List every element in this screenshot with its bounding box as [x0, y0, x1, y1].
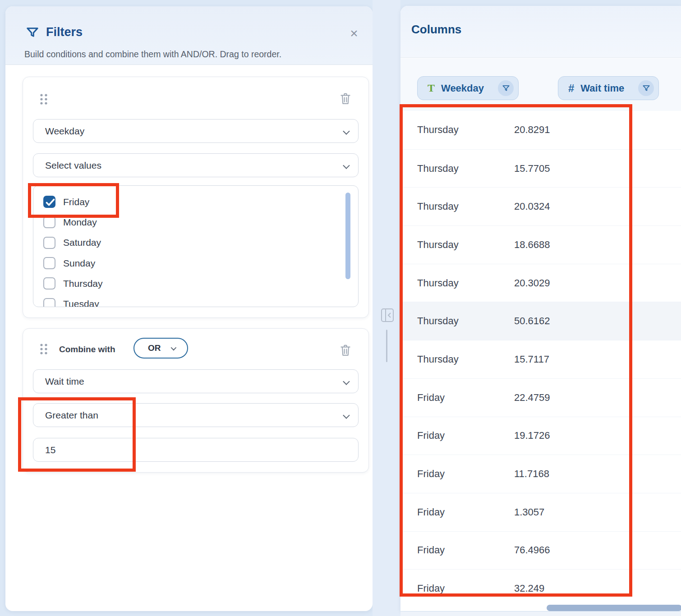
values-checkbox-list: Friday Monday Saturday Sunday Thursday T… [33, 185, 359, 307]
columns-panel: Columns T Weekday # Wait time Thursday20… [400, 6, 681, 611]
table-row[interactable]: Thursday20.0324 [400, 187, 681, 225]
filters-subtitle: Build conditions and combine them with A… [24, 49, 281, 60]
close-icon[interactable]: × [346, 27, 362, 40]
filters-panel: Filters × Build conditions and combine t… [5, 6, 373, 611]
data-table: Thursday20.8291 Thursday15.7705 Thursday… [400, 111, 681, 611]
resize-handle[interactable] [386, 330, 387, 362]
operator-select[interactable]: Greater than [33, 403, 359, 427]
table-row[interactable]: Thursday50.6162 [400, 302, 681, 340]
filters-panel-header: Filters × Build conditions and combine t… [5, 6, 373, 65]
table-row[interactable]: Thursday20.3029 [400, 264, 681, 302]
value-input-text: 15 [45, 445, 55, 455]
checkbox[interactable] [43, 196, 55, 208]
checkbox[interactable] [43, 237, 55, 249]
table-row[interactable]: Thursday20.8291 [400, 111, 681, 149]
checkbox-option-friday[interactable]: Friday [33, 192, 358, 212]
table-row[interactable]: Thursday18.6688 [400, 225, 681, 264]
table-row[interactable]: Thursday15.7117 [400, 340, 681, 378]
collapse-panel-icon[interactable] [381, 308, 394, 324]
value-input[interactable]: 15 [33, 438, 359, 462]
table-row[interactable]: Friday22.4759 [400, 378, 681, 417]
operator-select-value: Greater than [45, 410, 98, 421]
values-select[interactable]: Select values [33, 153, 359, 177]
combine-with-label: Combine with [59, 345, 115, 354]
combine-operator-value: OR [148, 343, 161, 353]
checkbox[interactable] [43, 216, 55, 228]
horizontal-scrollbar-track [400, 611, 681, 616]
checkbox[interactable] [43, 257, 55, 269]
columns-title: Columns [411, 23, 461, 37]
number-type-icon: # [568, 82, 574, 95]
checkbox-option-saturday[interactable]: Saturday [33, 233, 358, 253]
combine-operator-select[interactable]: OR [133, 338, 188, 359]
text-type-icon: T [428, 82, 435, 94]
column-chips-row: T Weekday # Wait time [400, 58, 681, 111]
table-row[interactable]: Friday1.3057 [400, 493, 681, 531]
field-select-value: Weekday [45, 126, 84, 137]
filter-condition-card-2: Combine with OR Wait time Greater than 1… [23, 328, 369, 473]
column-filter-icon[interactable] [498, 80, 514, 96]
values-select-placeholder: Select values [45, 160, 101, 171]
checkbox[interactable] [43, 298, 55, 307]
table-row[interactable]: Friday11.7168 [400, 455, 681, 493]
table-row[interactable]: Friday76.4966 [400, 531, 681, 570]
chevron-down-icon [343, 162, 350, 169]
column-chip-wait-time[interactable]: # Wait time [558, 76, 659, 100]
chevron-down-icon [343, 412, 350, 419]
table-row[interactable]: Friday19.1726 [400, 417, 681, 455]
horizontal-scrollbar[interactable] [547, 605, 681, 611]
list-scrollbar[interactable] [345, 193, 350, 279]
chevron-down-icon [343, 128, 350, 135]
table-row[interactable]: Thursday15.7705 [400, 149, 681, 188]
field-select-value: Wait time [45, 376, 84, 387]
checkbox-option-tuesday[interactable]: Tuesday [33, 294, 358, 307]
filters-title: Filters [46, 25, 83, 39]
delete-condition-icon[interactable] [340, 92, 351, 107]
drag-handle-icon[interactable] [39, 93, 48, 107]
columns-panel-header: Columns [400, 6, 681, 58]
column-filter-icon[interactable] [638, 80, 654, 96]
filter-condition-card-1: Weekday Select values Friday Monday Satu… [23, 77, 369, 318]
field-select[interactable]: Wait time [33, 369, 359, 393]
chevron-down-icon [170, 345, 176, 350]
chevron-down-icon [343, 378, 350, 385]
column-chip-weekday[interactable]: T Weekday [417, 76, 519, 100]
delete-condition-icon[interactable] [340, 344, 351, 359]
filter-funnel-icon [26, 26, 39, 41]
checkbox-option-sunday[interactable]: Sunday [33, 253, 358, 273]
checkbox-option-thursday[interactable]: Thursday [33, 273, 358, 294]
checkbox[interactable] [43, 277, 55, 290]
checkbox-option-monday[interactable]: Monday [33, 212, 358, 232]
drag-handle-icon[interactable] [39, 343, 48, 357]
field-select[interactable]: Weekday [33, 119, 359, 143]
table-row[interactable]: Friday32.249 [400, 569, 681, 607]
